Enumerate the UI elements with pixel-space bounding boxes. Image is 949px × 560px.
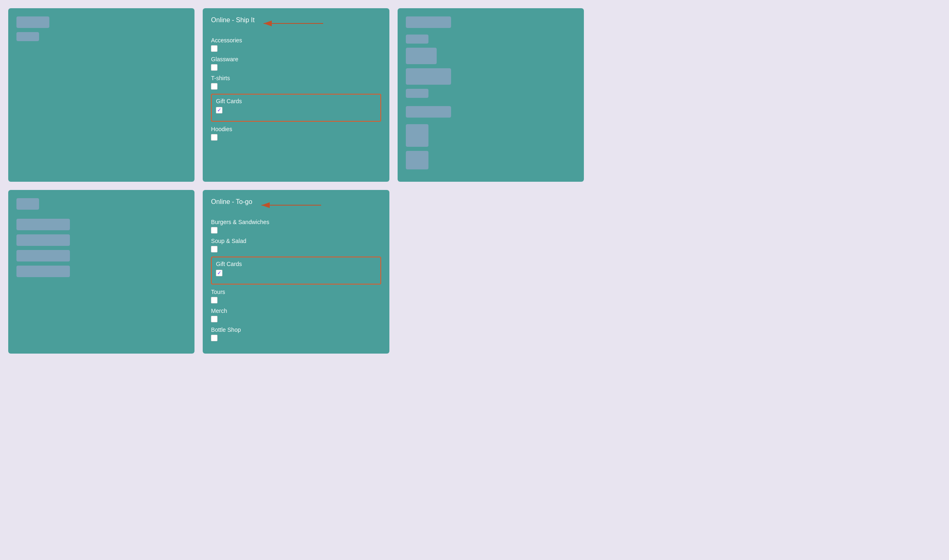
lc2-bar-4: [16, 250, 70, 261]
burgers-label: Burgers & Sandwiches: [211, 219, 381, 225]
tours-checkbox-row: [211, 297, 381, 303]
right-bar-1: [406, 35, 428, 44]
tours-checkbox[interactable]: [211, 297, 218, 303]
page-layout: Online - Ship It Accessories Glassware T…: [8, 8, 584, 354]
gift-cards-checkbox-row-1: [216, 107, 376, 113]
glassware-checkbox-row: [211, 64, 381, 71]
gift-cards-highlight-1: Gift Cards: [211, 94, 381, 122]
arrow-icon-2: [257, 200, 323, 210]
tours-label: Tours: [211, 289, 381, 295]
hoodies-checkbox[interactable]: [211, 134, 218, 141]
to-go-title-row: Online - To-go: [211, 198, 381, 212]
right-card: [398, 8, 584, 182]
to-go-title: Online - To-go: [211, 198, 252, 206]
accessories-checkbox-row: [211, 45, 381, 52]
right-square-1: [406, 124, 428, 147]
gift-cards-checkbox-2[interactable]: [216, 270, 222, 276]
ship-it-title-row: Online - Ship It: [211, 16, 381, 30]
soup-checkbox[interactable]: [211, 246, 218, 252]
right-divider: [406, 102, 576, 106]
bottle-shop-label: Bottle Shop: [211, 326, 381, 333]
tshirts-label: T-shirts: [211, 75, 381, 81]
ship-it-title: Online - Ship It: [211, 16, 255, 24]
lc2-bar-5: [16, 266, 70, 277]
right-bar-3: [406, 68, 451, 85]
gift-cards-label-2: Gift Cards: [216, 261, 376, 267]
gift-cards-checkbox-1[interactable]: [216, 107, 222, 113]
placeholder-bar-2: [16, 32, 39, 41]
soup-checkbox-row: [211, 246, 381, 252]
placeholder-bar-1: [16, 16, 49, 28]
lc2-bar-3: [16, 234, 70, 246]
left-card-2: [8, 190, 194, 354]
accessories-label: Accessories: [211, 37, 381, 44]
arrow-icon: [259, 19, 325, 28]
right-bar-4: [406, 89, 428, 98]
merch-label: Merch: [211, 308, 381, 314]
to-go-card: Online - To-go Burgers & Sandwiches Soup…: [203, 190, 389, 354]
hoodies-checkbox-row: [211, 134, 381, 141]
right-bar-2: [406, 48, 437, 64]
right-bar-5: [406, 106, 451, 118]
bottle-shop-checkbox[interactable]: [211, 335, 218, 341]
lc2-bar-1: [16, 198, 39, 210]
merch-checkbox[interactable]: [211, 316, 218, 322]
gift-cards-checkbox-row-2: [216, 270, 376, 276]
gift-cards-highlight-2: Gift Cards: [211, 257, 381, 285]
burgers-checkbox[interactable]: [211, 227, 218, 234]
glassware-checkbox[interactable]: [211, 64, 218, 71]
ship-it-card: Online - Ship It Accessories Glassware T…: [203, 8, 389, 182]
left-card-1: [8, 8, 194, 182]
bottle-shop-checkbox-row: [211, 335, 381, 341]
right-square-2: [406, 151, 428, 169]
lc2-bar-2: [16, 219, 70, 230]
lc2-spacer: [16, 214, 186, 219]
glassware-label: Glassware: [211, 56, 381, 62]
burgers-checkbox-row: [211, 227, 381, 234]
tshirts-checkbox[interactable]: [211, 83, 218, 90]
hoodies-label: Hoodies: [211, 126, 381, 132]
gift-cards-label-1: Gift Cards: [216, 98, 376, 104]
tshirts-checkbox-row: [211, 83, 381, 90]
right-top-bar: [406, 16, 451, 28]
soup-label: Soup & Salad: [211, 238, 381, 244]
accessories-checkbox[interactable]: [211, 45, 218, 52]
merch-checkbox-row: [211, 316, 381, 322]
